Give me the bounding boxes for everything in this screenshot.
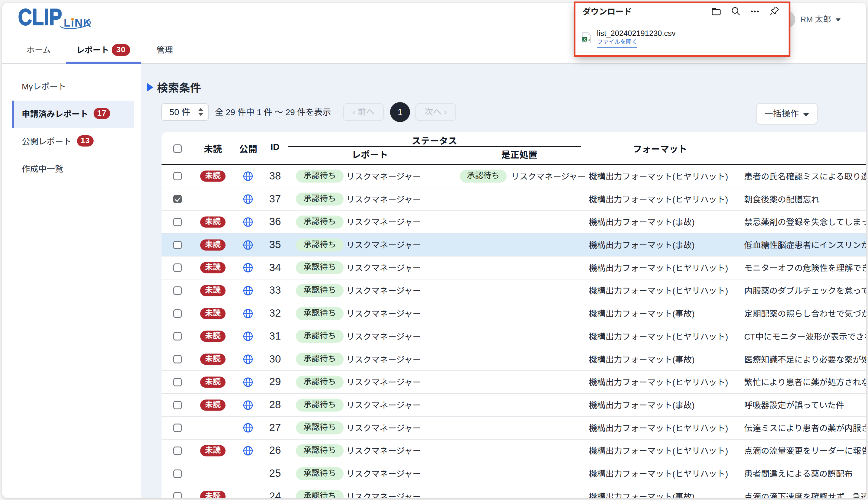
svg-text:LıNK: LıNK <box>64 17 92 29</box>
